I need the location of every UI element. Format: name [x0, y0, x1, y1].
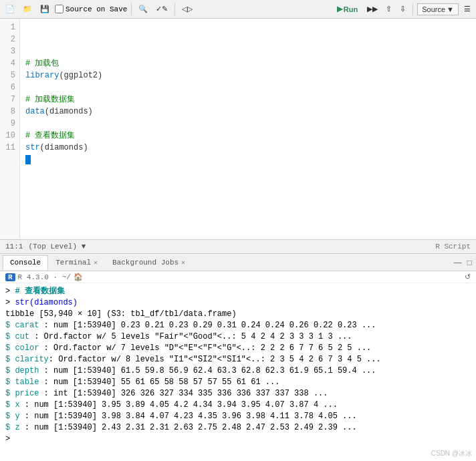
console-line: $ depth : num [1:53940] 61.5 59.8 56.9 6… — [5, 365, 471, 377]
minimize-console-button[interactable]: — — [453, 258, 463, 267]
spell-check-button[interactable]: ✓✎ — [153, 3, 170, 15]
source-on-save-checkbox[interactable] — [55, 5, 64, 13]
console-line: $ z : num [1:53940] 2.43 2.31 2.31 2.63 … — [5, 422, 471, 434]
tab-console[interactable]: Console — [3, 255, 48, 270]
line-num: 3 — [4, 45, 15, 57]
r-version-info: R R 4.3.0 · ~/ 🏠 — [5, 273, 83, 281]
line-numbers: 1 2 3 4 5 6 7 8 9 10 11 — [0, 19, 20, 239]
next-button[interactable]: ⇩ — [397, 3, 408, 15]
console-line: $ x : num [1:53940] 3.95 3.89 4.05 4.2 4… — [5, 400, 471, 411]
line-num: 2 — [4, 33, 15, 45]
console-prompt-line: > — [5, 434, 471, 445]
new-script-icon: 📄 — [5, 5, 15, 13]
tab-terminal[interactable]: Terminal ✕ — [48, 255, 105, 270]
console-line: tibble [53,940 × 10] (S3: tbl_df/tbl/dat… — [5, 309, 471, 320]
console-line: > str(diamonds) — [5, 297, 471, 309]
open-icon: 📁 — [23, 5, 32, 13]
options-button[interactable]: ☰ — [461, 3, 473, 15]
cursor-position: 11:1 — [5, 243, 23, 251]
up-arrow-icon: ⇧ — [386, 5, 392, 13]
statusbar: 11:1 (Top Level) ▼ R Script — [0, 239, 476, 254]
console-section: Console Terminal ✕ Background Jobs ✕ — □… — [0, 254, 476, 461]
source-dropdown-icon: ▼ — [447, 5, 454, 13]
prev-button[interactable]: ⇧ — [383, 3, 394, 15]
sep2 — [174, 3, 175, 15]
down-arrow-icon: ⇩ — [400, 5, 406, 13]
background-jobs-close-icon[interactable]: ✕ — [181, 259, 185, 267]
console-line: $ cut : Ord.factor w/ 5 levels "Fair"<"G… — [5, 331, 471, 343]
line-num: 4 — [4, 57, 15, 69]
console-line: > # 查看数据集 — [5, 286, 471, 297]
search-button[interactable]: 🔍 — [136, 3, 150, 15]
line-num: 6 — [4, 82, 15, 94]
toolbar-right: ▶ Run ▶▶ ⇧ ⇩ Source ▼ ☰ — [333, 3, 473, 15]
console-line: $ table : num [1:53940] 55 61 65 58 58 5… — [5, 377, 471, 388]
run-all-icon: ▶▶ — [367, 5, 378, 13]
console-header: R R 4.3.0 · ~/ 🏠 ↺ — [0, 271, 476, 283]
save-icon: 💾 — [40, 5, 49, 13]
console-line: $ color : Ord.factor w/ 7 levels "D"<"E"… — [5, 343, 471, 354]
r-badge: R — [5, 273, 15, 281]
code-icon: ◁▷ — [182, 5, 193, 13]
code-chunk-button[interactable]: ◁▷ — [179, 3, 195, 15]
clear-console-button[interactable]: ↺ — [465, 273, 471, 281]
search-icon: 🔍 — [138, 5, 148, 13]
console-line: $ price : int [1:53940] 326 326 327 334 … — [5, 388, 471, 400]
toolbar: 📄 📁 💾 Source on Save 🔍 ✓✎ ◁▷ ▶ Run ▶▶ ⇧ … — [0, 0, 476, 19]
watermark: CSDN @冰冰 — [431, 449, 472, 458]
scope-dropdown-icon: ▼ — [82, 243, 86, 251]
source-button[interactable]: Source ▼ — [417, 3, 459, 15]
sep3 — [412, 3, 413, 15]
home-icon: 🏠 — [74, 273, 83, 281]
console-line: $ y : num [1:53940] 3.98 3.84 4.07 4.23 … — [5, 411, 471, 422]
run-all-button[interactable]: ▶▶ — [364, 3, 380, 15]
source-on-save-label[interactable]: Source on Save — [55, 5, 127, 13]
console-line: $ carat : num [1:53940] 0.23 0.21 0.23 0… — [5, 320, 471, 331]
code-editor[interactable]: # 加载包 library(ggplot2) # 加载数据集 data(diam… — [20, 19, 476, 239]
save-button[interactable]: 💾 — [37, 3, 52, 15]
line-num: 11 — [4, 142, 15, 154]
line-num: 7 — [4, 94, 15, 106]
editor: 1 2 3 4 5 6 7 8 9 10 11 # 加载包 library(gg… — [0, 19, 476, 239]
tab-background-jobs[interactable]: Background Jobs ✕ — [105, 255, 193, 270]
scope-level[interactable]: (Top Level) ▼ — [28, 243, 86, 251]
run-arrow-icon: ▶ — [337, 5, 342, 13]
run-button[interactable]: ▶ Run — [333, 3, 362, 15]
spell-check-icon: ✓✎ — [156, 5, 168, 13]
line-num: 9 — [4, 118, 15, 130]
console-output[interactable]: > # 查看数据集 > str(diamonds) tibble [53,940… — [0, 283, 476, 461]
open-button[interactable]: 📁 — [20, 3, 35, 15]
tabs-bar: Console Terminal ✕ Background Jobs ✕ — □ — [0, 254, 476, 271]
line-num: 10 — [4, 130, 15, 142]
terminal-close-icon[interactable]: ✕ — [94, 259, 98, 267]
new-script-button[interactable]: 📄 — [3, 3, 17, 15]
console-line: $ clarity: Ord.factor w/ 8 levels "I1"<"… — [5, 354, 471, 365]
script-type: R Script — [435, 243, 471, 251]
tabs-right-controls: — □ — [453, 258, 473, 267]
r-version-text: R 4.3.0 · ~/ — [18, 273, 71, 281]
line-num: 1 — [4, 21, 15, 33]
line-num: 5 — [4, 69, 15, 82]
sep1 — [131, 3, 132, 15]
maximize-console-button[interactable]: □ — [466, 258, 473, 267]
line-num: 8 — [4, 106, 15, 118]
menu-icon: ☰ — [464, 5, 471, 13]
